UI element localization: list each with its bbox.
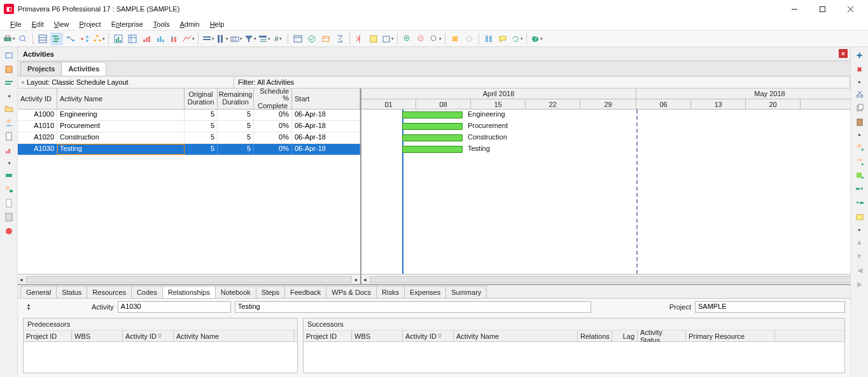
zoom-fit-button[interactable] (429, 32, 442, 45)
succ-assign-icon[interactable] (854, 197, 865, 209)
menu-project[interactable]: Project (74, 19, 106, 29)
wbs-icon[interactable] (3, 64, 15, 75)
detail-tab-relationships[interactable]: Relationships (162, 286, 216, 298)
col-original-duration[interactable]: OriginalDuration (185, 89, 218, 110)
store-period-button[interactable] (381, 32, 394, 45)
detail-tab-feedback[interactable]: Feedback (284, 286, 326, 298)
resource-profile-button[interactable] (140, 32, 153, 45)
resource-usage-button[interactable] (112, 32, 125, 45)
menu-help[interactable]: Help (205, 19, 230, 29)
menu-admin[interactable]: Admin (174, 19, 204, 29)
grid-hscroll[interactable]: ◂▸ (18, 274, 360, 284)
succ-col[interactable]: Primary Resource (686, 331, 775, 341)
help-button[interactable]: ? (530, 32, 543, 45)
cut-icon[interactable] (854, 89, 865, 100)
tab-projects[interactable]: Projects (20, 62, 62, 76)
grid-view-button[interactable] (36, 32, 49, 45)
layout-label[interactable]: Layout: Classic Schedule Layout (18, 76, 234, 88)
menu-file[interactable]: File (5, 19, 27, 29)
stacked-profile-button[interactable] (168, 32, 181, 45)
col-activity-name[interactable]: Activity Name (57, 89, 185, 110)
gantt-bar[interactable] (402, 134, 463, 141)
detail-tab-codes[interactable]: Codes (131, 286, 163, 298)
activity-name-field[interactable]: Testing (235, 301, 591, 313)
collapse-all-button[interactable] (463, 32, 475, 45)
zoom-in-button[interactable] (401, 32, 414, 45)
wbs-view-button[interactable] (92, 32, 105, 45)
succ-col[interactable]: Activity ID▽ (403, 331, 454, 341)
menu-view[interactable]: View (49, 19, 74, 29)
succ-col[interactable]: Relations (578, 331, 612, 341)
print-button[interactable] (3, 32, 15, 45)
activity-row[interactable]: A1010Procurement550%06-Apr-18 (18, 121, 360, 132)
network-view-button[interactable] (78, 32, 91, 45)
gantt-view-button[interactable] (50, 32, 63, 45)
detail-tab-risks[interactable]: Risks (376, 286, 405, 298)
succ-col[interactable]: Lag (612, 331, 638, 341)
resources-icon[interactable] (3, 117, 15, 128)
filter-label[interactable]: Filter: All Activities (234, 76, 850, 88)
minimize-button[interactable] (780, 1, 808, 17)
prev-next-spinner[interactable]: ▲▼ (23, 303, 34, 311)
predecessors-body[interactable] (24, 342, 297, 373)
apply-actuals-button[interactable] (319, 32, 332, 45)
role-assign-icon[interactable] (854, 155, 865, 167)
copy-icon[interactable] (854, 103, 865, 114)
activity-row[interactable]: A1000Engineering550%06-Apr-18 (18, 110, 360, 121)
tab-activities[interactable]: Activities (61, 62, 106, 76)
assign-role-icon[interactable] (3, 183, 15, 195)
calc-icon[interactable] (3, 211, 15, 223)
collapse-right-2[interactable]: ▸ (858, 131, 861, 139)
detail-tab-notebook[interactable]: Notebook (215, 286, 256, 298)
activity-row[interactable]: A1030Testing550%06-Apr-18 (18, 144, 360, 155)
folder-icon[interactable] (3, 103, 15, 114)
summarize-button[interactable] (333, 32, 346, 45)
gantt-row[interactable]: Procurement (361, 121, 850, 132)
collapse-right-1[interactable]: ▸ (858, 78, 861, 86)
succ-col[interactable]: WBS (352, 331, 403, 341)
detail-tab-wps-docs[interactable]: WPs & Docs (326, 286, 377, 298)
succ-col[interactable]: Activity Status (638, 331, 686, 341)
move-up-icon[interactable]: ▲ (854, 236, 865, 248)
successors-body[interactable] (304, 342, 844, 373)
gantt-row[interactable]: Engineering (361, 110, 850, 121)
activity-row[interactable]: A1020Construction550%06-Apr-18 (18, 132, 360, 144)
assign-icon[interactable] (3, 169, 15, 181)
detail-tab-status[interactable]: Status (56, 286, 87, 298)
detail-tab-general[interactable]: General (20, 286, 57, 298)
outdent-icon[interactable]: ▶ (854, 278, 865, 290)
gantt-bar[interactable] (402, 123, 463, 130)
collapse-left-1[interactable]: ◂ (8, 92, 10, 100)
col-start[interactable]: Start (292, 89, 360, 110)
print-preview-button[interactable] (17, 32, 29, 45)
detail-tab-resources[interactable]: Resources (87, 286, 132, 298)
indent-icon[interactable]: ◀ (854, 264, 865, 276)
activity-usage-button[interactable] (126, 32, 139, 45)
hash-button[interactable]: # (272, 32, 284, 45)
menu-tools[interactable]: Tools (148, 19, 175, 29)
close-button[interactable] (836, 1, 864, 17)
trace-logic-button[interactable] (64, 32, 77, 45)
collapse-left-2[interactable]: ◂ (8, 159, 10, 167)
activity-profile-button[interactable] (154, 32, 167, 45)
menu-enterprise[interactable]: Enterprise (106, 19, 148, 29)
maximize-button[interactable] (808, 1, 836, 17)
detail-tab-expenses[interactable]: Expenses (404, 286, 446, 298)
histogram-button[interactable] (182, 32, 195, 45)
reports-icon[interactable] (3, 131, 15, 142)
move-down-icon[interactable]: ▼ (854, 250, 865, 262)
col-remaining-duration[interactable]: RemainingDuration (218, 89, 254, 110)
collapse-right-3[interactable]: ▸ (858, 225, 861, 234)
prev-button[interactable] (482, 32, 495, 45)
pred-col[interactable]: Project ID (24, 331, 72, 341)
tracking-icon[interactable] (3, 145, 15, 156)
gantt-row[interactable]: Construction (361, 132, 850, 144)
columns-button[interactable] (216, 32, 228, 45)
col-activity-id[interactable]: Activity ID (18, 89, 57, 110)
detail-tab-summary[interactable]: Summary (445, 286, 487, 298)
detail-tab-steps[interactable]: Steps (256, 286, 285, 298)
schedule-button[interactable] (291, 32, 304, 45)
level-button[interactable] (305, 32, 318, 45)
gantt-bar[interactable] (402, 146, 463, 153)
zoom-out-button[interactable] (415, 32, 428, 45)
